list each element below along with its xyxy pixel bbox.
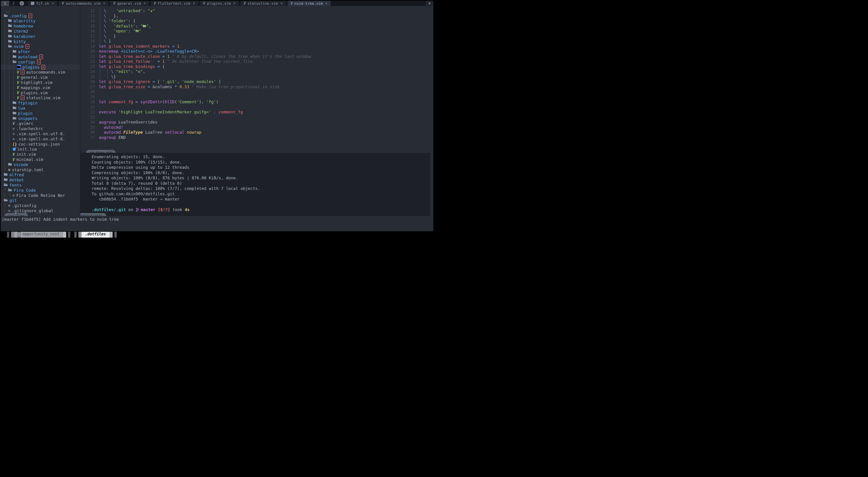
folder-cursor-icon xyxy=(17,65,21,69)
tab-label: general.vim xyxy=(117,1,141,6)
close-all-icon[interactable]: × xyxy=(426,1,433,6)
tab-fluttertest.vim[interactable]: Vfluttertest.vim× xyxy=(151,1,198,6)
tab-close-icon[interactable]: × xyxy=(193,1,195,5)
code-line-35[interactable]: 35 autocmd! xyxy=(81,125,433,130)
code-line-17[interactable]: 17│ \ } xyxy=(81,34,433,39)
code-line-29[interactable]: 29 xyxy=(81,95,433,100)
tree-item-highlight.vim[interactable]: │ │ │ Vhighlight.vim xyxy=(1,80,80,85)
tree-item-after[interactable]: │ │ after xyxy=(1,49,80,54)
tab-general.vim[interactable]: Vgeneral.vim× xyxy=(110,1,149,6)
code-line-16[interactable]: 16│ \ 'open': "" xyxy=(81,29,433,34)
code-line-15[interactable]: 15│ \ 'default': "", xyxy=(81,24,433,29)
tree-item-lua[interactable]: │ │ lua xyxy=(1,105,80,111)
tab-close-icon[interactable]: × xyxy=(103,1,105,5)
tree-item-.gitconfig[interactable]: │ ⚙.gitconfig xyxy=(1,203,80,208)
tree-item-init.vim[interactable]: │ │ Vinit.vim xyxy=(1,151,80,157)
tmux-window-.dotfiles[interactable]: .dotfiles xyxy=(74,232,117,238)
tab-nvim-tree.vim[interactable]: Vnvim-tree.vim× xyxy=(288,1,331,6)
tab-number-2[interactable]: 2 xyxy=(9,1,18,6)
tree-item-vscode[interactable]: │ vscode xyxy=(1,162,80,167)
tree-item-iterm2[interactable]: │ iterm2 xyxy=(1,29,80,34)
code-line-20[interactable]: 20nnoremap <silent><c-n> :LuaTreeToggle<… xyxy=(81,49,433,54)
code-line-33[interactable]: 33 xyxy=(81,115,433,120)
code-line-21[interactable]: 21let g:lua_tree_auto_close = 1 " 0 by d… xyxy=(81,54,433,59)
tree-item-Fira-Code[interactable]: └ Fira Code xyxy=(1,188,80,193)
code-line-18[interactable]: 18│ \ } xyxy=(81,39,433,44)
code-line-13[interactable]: 13│ \ }, xyxy=(81,13,433,19)
tree-item-autoload[interactable]: │ │ autoload+ xyxy=(1,54,80,59)
tree-item-alacritty[interactable]: │ alacritty xyxy=(1,19,80,24)
code-line-24[interactable]: 24│ │ \ "edit": "o", xyxy=(81,69,433,74)
tree-item-.gitignore-global[interactable]: │ ≡.gitignore_global xyxy=(1,208,80,213)
code-line-37[interactable]: 37augroup END xyxy=(81,135,433,140)
line-number: 36 xyxy=(81,130,99,135)
code-line-31[interactable]: 31 xyxy=(81,105,433,110)
tree-item-.gvimrc[interactable]: │ │ V.gvimrc xyxy=(1,121,80,126)
tab-number-1[interactable]: 1 xyxy=(1,1,9,6)
tab-close-icon[interactable]: × xyxy=(326,1,328,5)
tree-item-kitty[interactable]: │ kitty xyxy=(1,39,80,44)
code-token: g:lua_tree_follow xyxy=(108,59,150,64)
code-line-28[interactable]: 28 xyxy=(81,89,433,95)
tree-item-autocommands.vim[interactable]: │ │ │ V+autocommands.vim xyxy=(1,70,80,75)
code-line-19[interactable]: 19let g:lua_tree_indent_markers = 1 xyxy=(81,44,433,49)
tree-item-starship.toml[interactable]: └ ⚙starship.toml xyxy=(1,167,80,172)
code-line-25[interactable]: 25│ │ \} xyxy=(81,74,433,79)
tab-close-icon[interactable]: × xyxy=(52,1,54,5)
tree-item-ftplugin[interactable]: │ │ ftplugin xyxy=(1,100,80,105)
tree-item-mappings.vim[interactable]: │ │ │ Vmappings.vim xyxy=(1,85,80,90)
code-line-14[interactable]: 14│ \ 'folder': { xyxy=(81,19,433,24)
code-line-12[interactable]: 12│ \ 'untracked': "★" xyxy=(81,8,433,13)
tree-item-plugin[interactable]: │ │ plugin xyxy=(1,111,80,116)
tree-item-general.vim[interactable]: │ │ │ Vgeneral.vim xyxy=(1,75,80,80)
tree-item-init.lua[interactable]: │ │ init.lua xyxy=(1,147,80,152)
line-number: 18 xyxy=(81,39,99,44)
tree-item-nvim[interactable]: │ nvim+ xyxy=(1,44,80,49)
code-line-30[interactable]: 30let comment_fg = synIDattr(hlID('Comme… xyxy=(81,99,433,105)
line-number: 25 xyxy=(81,74,99,79)
code-line-36[interactable]: 36 autocmd FileType LuaTree setlocal now… xyxy=(81,130,433,135)
tree-item-..[interactable]: .. xyxy=(1,8,80,13)
back-arrow-icon[interactable]: ← xyxy=(20,1,24,6)
tree-item-configs[interactable]: │ │ configs+ xyxy=(1,59,80,65)
tree-item-alfred[interactable]: alfred xyxy=(1,172,80,177)
tab-close-icon[interactable]: × xyxy=(144,1,146,5)
tree-item-.vim-spell-en.utf-8.[interactable]: │ │ ≡.vim-spell-en.utf-8. xyxy=(1,136,80,141)
code-line-23[interactable]: 23let g:lua_tree_bindings = { xyxy=(81,64,433,69)
indent-guides: │ │ │ xyxy=(4,75,17,79)
tree-item-statusline.vim[interactable]: │ │ └ V+statusline.vim xyxy=(1,95,80,101)
tab-plugins.vim[interactable]: Vplugins.vim× xyxy=(200,1,239,6)
tree-item-dotbot[interactable]: dotbot xyxy=(1,177,80,182)
tree-item-minimal.vim[interactable]: │ └ Vminimal.vim xyxy=(1,157,80,162)
tree-item-.luacheckrc[interactable]: │ │ ≡.luacheckrc xyxy=(1,126,80,131)
tab-close-icon[interactable]: × xyxy=(234,1,236,5)
tree-item-snippets[interactable]: │ │ snippets xyxy=(1,116,80,121)
tmux-window-opportunity_cost[interactable]: opportunity_cost xyxy=(7,232,70,238)
terminal-pane[interactable]: Enumerating objects: 15, done.Counting o… xyxy=(81,153,430,216)
code-token xyxy=(121,130,123,135)
tab-fzf.sh[interactable]: >_fzf.sh× xyxy=(28,1,57,6)
tree-item-Fira-Code-Retina-Ner[interactable]: │ └ ≡Fira Code Retina Ner xyxy=(1,193,80,198)
code-line-34[interactable]: 34augroup LuaTreeOverrides xyxy=(81,120,433,125)
tab-statusline.vim[interactable]: Vstatusline.vim× xyxy=(241,1,286,6)
indent-guides: │ │ xyxy=(4,55,12,59)
code-line-27[interactable]: 27let g:lua_tree_size = &columns * 0.33 … xyxy=(81,84,433,90)
code-line-22[interactable]: 22let g:lua_tree_follow = 1 " On bufEnte… xyxy=(81,59,433,64)
tree-item-plugins.vim[interactable]: │ │ │ Vplugins.vim xyxy=(1,90,80,95)
code-line-32[interactable]: 32execute 'highlight LuaTreeIndentMarker… xyxy=(81,110,433,115)
folder-icon xyxy=(4,178,8,182)
tree-item-plugins[interactable]: │ │ │ plugins+ xyxy=(1,65,80,70)
tree-item-fonts[interactable]: fonts xyxy=(1,182,80,188)
tree-item-coc-settings.json[interactable]: │ │ {}coc-settings.json xyxy=(1,141,80,147)
code-line-26[interactable]: 26let g:lua_tree_ignore = [ '.git', 'nod… xyxy=(81,79,433,84)
text-file-icon: ≡ xyxy=(12,127,15,131)
tree-item-karabiner[interactable]: │ karabiner xyxy=(1,34,80,39)
tree-item-git[interactable]: git xyxy=(1,198,80,203)
tree-item-homebrew[interactable]: │ homebrew xyxy=(1,24,80,29)
tab-close-icon[interactable]: × xyxy=(281,1,283,5)
tree-item-.config[interactable]: .config+ xyxy=(1,13,80,19)
code-editor[interactable]: 12│ \ 'untracked': "★"13│ \ },14│ \ 'fol… xyxy=(81,6,433,153)
tree-item-.vim-spell-en.utf-8.[interactable]: │ │ ≡.vim-spell-en.utf-8. xyxy=(1,131,80,136)
code-token: }, xyxy=(106,13,119,19)
tab-autocommands.vim[interactable]: Vautocommands.vim× xyxy=(59,1,108,6)
